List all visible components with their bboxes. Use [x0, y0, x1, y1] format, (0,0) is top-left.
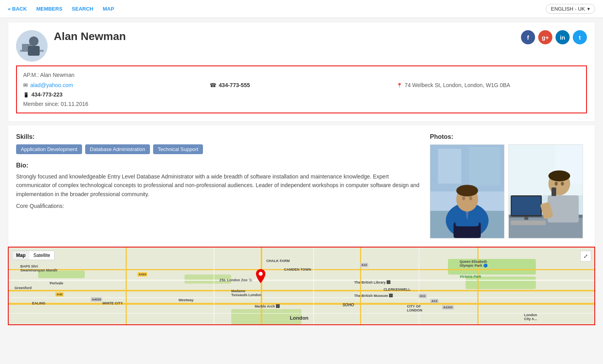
map-label-clerkenwell: CLERKENWELL [384, 288, 411, 291]
map-label-chalkfarm: CHALK FARM [266, 259, 290, 263]
contact-box: AP.M.: Alan Newman alad@yahoo.com 434-77… [16, 66, 587, 113]
map-label-city: CITY OFLONDON [407, 304, 422, 312]
language-selector[interactable]: ENGLISH - UK [546, 4, 595, 14]
twitter-icon[interactable]: t [573, 30, 587, 44]
map-label-london: London [290, 315, 309, 321]
map-label-soho: SOHO [342, 303, 354, 307]
search-link[interactable]: SEARCH [72, 6, 93, 12]
skills-row: Application Development Database Adminis… [16, 144, 422, 154]
back-link[interactable]: BACK [8, 6, 27, 12]
svg-rect-8 [438, 149, 461, 184]
svg-rect-5 [28, 46, 40, 56]
svg-point-33 [555, 182, 558, 186]
photos-grid [430, 144, 587, 238]
map-link[interactable]: MAP [103, 6, 114, 12]
map-label-marble: Marble Arch 🅱 [255, 304, 280, 308]
address-item: 74 Welbeck St, London, London, W1G 0BA [397, 82, 580, 88]
map-label-a404: A404 [137, 272, 147, 277]
map-label-greenford: Greenford [15, 286, 32, 290]
linkedin-icon[interactable]: in [555, 30, 570, 44]
map-label-tussauds: MadameTussauds London [231, 289, 261, 297]
map-label-museum: The British Museum 🅱 [354, 294, 393, 298]
bio-text: Strongly focused and knowledgeable Entry… [16, 172, 422, 198]
svg-point-34 [561, 182, 564, 186]
map-label-london2: LondonCity A... [524, 313, 537, 321]
svg-point-17 [462, 197, 465, 200]
map-label-victoria: Victoria Park [460, 275, 481, 278]
profile-section: Alan Newman f g+ in t AP.M.: Alan Newman… [8, 22, 595, 122]
googleplus-icon[interactable]: g+ [538, 30, 552, 44]
profile-name: Alan Newman [54, 30, 126, 43]
satellite-tab[interactable]: Satellite [29, 251, 54, 260]
phone-item: 434-773-555 [210, 82, 393, 88]
mobile-icon [23, 91, 29, 98]
content-grid: Skills: Application Development Database… [16, 133, 587, 238]
mobile-number: 434-773-223 [31, 91, 62, 98]
bio-section: Bio: Strongly focused and knowledgeable … [16, 162, 422, 211]
social-icons: f g+ in t [521, 30, 587, 44]
skill-badge-1: Database Administration [85, 144, 150, 154]
profile-left: Alan Newman [16, 30, 126, 62]
map-label-zoo: ZSL London Zoo 🐘 [219, 278, 253, 282]
svg-point-35 [259, 272, 263, 276]
phone-icon [210, 82, 216, 88]
mobile-item: 434-773-223 [23, 91, 580, 98]
top-navigation: BACK MEMBERS SEARCH MAP ENGLISH - UK [0, 0, 603, 18]
svg-point-4 [29, 36, 38, 46]
svg-point-16 [456, 185, 478, 197]
map-tab[interactable]: Map [12, 251, 29, 260]
map-fullscreen-button[interactable]: ⤢ [580, 251, 591, 262]
map-label-westway: Westway [179, 298, 194, 302]
avatar [16, 30, 48, 62]
contact-grid: alad@yahoo.com 434-773-555 74 Welbeck St… [23, 82, 580, 88]
map-controls: Map Satellite [12, 251, 55, 260]
map-label-a11: A11 [418, 294, 427, 298]
svg-rect-32 [552, 187, 556, 196]
bio-core: Core Qualifications: [16, 202, 422, 210]
skill-badge-2: Technical Support [153, 144, 203, 154]
photos-label: Photos: [430, 133, 587, 140]
svg-rect-25 [512, 197, 541, 215]
contact-apm: AP.M.: Alan Newman [23, 72, 580, 78]
map-label-a1203: A1203 [442, 305, 454, 309]
left-column: Skills: Application Development Database… [16, 133, 422, 238]
map-label-a13: A13 [430, 299, 439, 303]
bio-title: Bio: [16, 162, 422, 169]
svg-rect-27 [511, 220, 546, 225]
right-column: Photos: [430, 133, 587, 238]
map-label-whitecity: WHITE CITY [102, 301, 123, 305]
photo-2 [508, 144, 583, 238]
svg-point-18 [469, 197, 472, 200]
svg-rect-26 [524, 217, 528, 220]
map-section: Map Satellite ⤢ BAP [8, 247, 595, 325]
facebook-icon[interactable]: f [521, 30, 535, 44]
map-label-olympic: Queen ElizabethOlympic Park 🔵 [460, 260, 488, 268]
map-background[interactable]: BAPS ShriSwaminarayan Mandir ZSL London … [9, 248, 594, 324]
photo-1 [430, 144, 504, 238]
email-item: alad@yahoo.com [23, 82, 206, 88]
main-content: Skills: Application Development Database… [8, 126, 595, 247]
svg-point-29 [548, 171, 570, 182]
map-label-camden: CAMDEN TOWN [284, 268, 311, 271]
map-pin [256, 269, 265, 284]
map-label-a40: A40 [55, 292, 64, 297]
profile-header: Alan Newman f g+ in t [16, 30, 587, 62]
map-label-library: The British Library 🅱 [354, 280, 390, 284]
map-label-ealing: EALING [32, 301, 46, 305]
skills-label: Skills: [16, 133, 422, 140]
language-label: ENGLISH - UK [551, 6, 585, 12]
mail-icon [23, 82, 28, 88]
map-label-a4020: A4020 [91, 297, 102, 302]
members-link[interactable]: MEMBERS [36, 6, 62, 12]
svg-rect-30 [548, 195, 579, 222]
email-link[interactable]: alad@yahoo.com [30, 82, 73, 88]
address-text: 74 Welbeck St, London, London, W1G 0BA [405, 82, 510, 88]
phone-number: 434-773-555 [219, 82, 250, 88]
skill-badge-0: Application Development [16, 144, 82, 154]
member-since: Member since: 01.11.2016 [23, 101, 580, 107]
map-label-a10: A10 [360, 263, 368, 267]
location-icon [397, 82, 402, 88]
svg-rect-9 [469, 147, 500, 186]
nav-links: BACK MEMBERS SEARCH MAP [8, 6, 114, 12]
map-label-perivale: Perivale [49, 281, 63, 285]
